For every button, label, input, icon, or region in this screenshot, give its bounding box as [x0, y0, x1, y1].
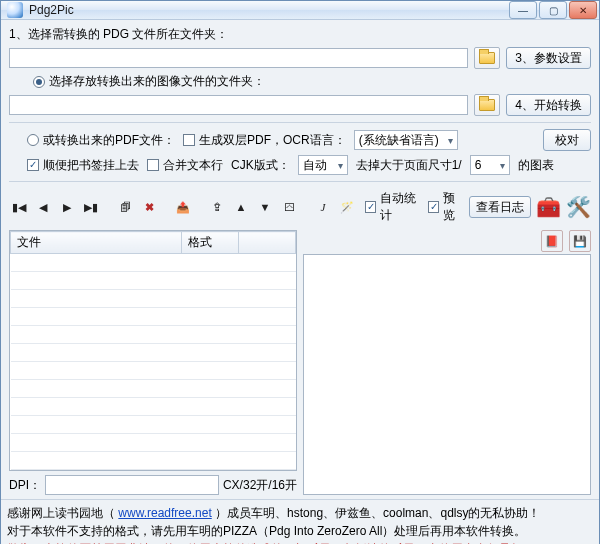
window-title: Pdg2Pic — [29, 3, 509, 17]
delete-icon[interactable]: ✖ — [139, 198, 159, 216]
table-row — [11, 416, 296, 434]
maximize-button[interactable]: ▢ — [539, 1, 567, 19]
merge-text-label: 合并文本行 — [163, 157, 223, 174]
table-row — [11, 452, 296, 470]
output-folder-input[interactable] — [9, 95, 468, 115]
table-row — [11, 326, 296, 344]
dpi-input[interactable] — [45, 475, 219, 495]
trim-combo[interactable]: 6 — [470, 155, 510, 175]
table-row — [11, 362, 296, 380]
checkbox-off-icon — [147, 159, 159, 171]
dual-pdf-label: 生成双层PDF，OCR语言： — [199, 132, 346, 149]
table-row — [11, 434, 296, 452]
nav-last-icon[interactable]: ▶▮ — [81, 198, 101, 216]
table-row — [11, 398, 296, 416]
table-row — [11, 344, 296, 362]
program-settings-icon[interactable]: 🧰 — [535, 193, 561, 221]
readfree-link[interactable]: www.readfree.net — [118, 506, 211, 520]
folder-icon — [479, 52, 495, 64]
move-up-icon[interactable]: ▲ — [231, 198, 251, 216]
bookmark-label: 顺便把书签挂上去 — [43, 157, 139, 174]
nav-first-icon[interactable]: ▮◀ — [9, 198, 29, 216]
autostat-label: 自动统计 — [380, 190, 424, 224]
browse-source-button[interactable] — [474, 47, 500, 69]
col-file-header[interactable]: 文件 — [11, 232, 182, 254]
export-icon[interactable]: 📤 — [173, 198, 193, 216]
checkbox-on-icon: ✓ — [428, 201, 439, 213]
tools-icon[interactable]: 🛠️ — [565, 193, 591, 221]
footer: 感谢网上读书园地（ www.readfree.net ）成员车明、hstong、… — [1, 499, 599, 544]
autostat-check[interactable]: ✓ 自动统计 — [365, 190, 424, 224]
move-down-icon[interactable]: ▼ — [255, 198, 275, 216]
folder-icon — [479, 99, 495, 111]
output-folder-radio[interactable]: 选择存放转换出来的图像文件的文件夹： — [33, 73, 265, 90]
viewlog-button[interactable]: 查看日志 — [469, 196, 531, 218]
params-button[interactable]: 3、参数设置 — [506, 47, 591, 69]
step1-label: 1、选择需转换的 PDG 文件所在文件夹： — [9, 26, 228, 43]
merge-text-check[interactable]: 合并文本行 — [147, 157, 223, 174]
dpi-label: DPI： — [9, 477, 41, 494]
preview-label: 预览 — [443, 190, 465, 224]
radio-on-icon — [33, 76, 45, 88]
browse-output-button[interactable] — [474, 94, 500, 116]
start-convert-button[interactable]: 4、开始转换 — [506, 94, 591, 116]
checkbox-on-icon: ✓ — [27, 159, 39, 171]
col-format-header[interactable]: 格式 — [182, 232, 239, 254]
close-button[interactable]: ✕ — [569, 1, 597, 19]
text-tool-icon[interactable]: J — [313, 198, 333, 216]
copy-icon[interactable]: 🗐 — [115, 198, 135, 216]
wand-icon[interactable]: 🪄 — [337, 198, 357, 216]
table-row — [11, 290, 296, 308]
output-pdf-radio[interactable]: 或转换出来的PDF文件： — [27, 132, 175, 149]
collapse-up-icon[interactable]: ⮸ — [207, 198, 227, 216]
file-table[interactable]: 文件 格式 — [9, 230, 297, 471]
separator — [9, 122, 591, 123]
log-area[interactable] — [303, 254, 591, 495]
output-pdf-label: 或转换出来的PDF文件： — [43, 132, 175, 149]
table-row — [11, 308, 296, 326]
collapse-down-icon[interactable]: ⮹ — [279, 198, 299, 216]
save-pdf-icon[interactable]: 💾 — [569, 230, 591, 252]
credits-label-a: 感谢网上读书园地（ — [7, 506, 118, 520]
nav-next-icon[interactable]: ▶ — [57, 198, 77, 216]
nav-prev-icon[interactable]: ◀ — [33, 198, 53, 216]
minimize-button[interactable]: — — [509, 1, 537, 19]
trim-prefix-label: 去掉大于页面尺寸1/ — [356, 157, 462, 174]
ocr-language-combo[interactable]: (系统缺省语言) — [354, 130, 458, 150]
preview-check[interactable]: ✓ 预览 — [428, 190, 465, 224]
cjk-value: 自动 — [303, 157, 327, 174]
dpi-tail-label: CX/32开/16开 — [223, 477, 297, 494]
table-row — [11, 254, 296, 272]
app-icon — [7, 2, 23, 18]
verify-button[interactable]: 校对 — [543, 129, 591, 151]
col-blank-header[interactable] — [239, 232, 296, 254]
trim-value: 6 — [475, 158, 482, 172]
table-row — [11, 272, 296, 290]
separator — [9, 181, 591, 182]
source-folder-input[interactable] — [9, 48, 468, 68]
bookmark-check[interactable]: ✓ 顺便把书签挂上去 — [27, 157, 139, 174]
cjk-label: CJK版式： — [231, 157, 290, 174]
radio-off-icon — [27, 134, 39, 146]
cjk-combo[interactable]: 自动 — [298, 155, 348, 175]
warning-text: 警告：本软件严禁用于非法目的。使用本软件造成的一切后果（包括法律后果）由使用者自… — [7, 540, 593, 544]
ocr-language-value: (系统缺省语言) — [359, 132, 439, 149]
table-row — [11, 380, 296, 398]
output-folder-label: 选择存放转换出来的图像文件的文件夹： — [49, 73, 265, 90]
pizza-note: 对于本软件不支持的格式，请先用车明的PIZZA（Pdg Into ZeroZer… — [7, 522, 593, 540]
dual-pdf-check[interactable]: 生成双层PDF，OCR语言： — [183, 132, 346, 149]
open-pdf-icon[interactable]: 📕 — [541, 230, 563, 252]
checkbox-on-icon: ✓ — [365, 201, 376, 213]
credits-label-b: ）成员车明、hstong、伊兹鱼、coolman、qdlsy的无私协助！ — [215, 506, 540, 520]
checkbox-off-icon — [183, 134, 195, 146]
trim-suffix-label: 的图表 — [518, 157, 554, 174]
